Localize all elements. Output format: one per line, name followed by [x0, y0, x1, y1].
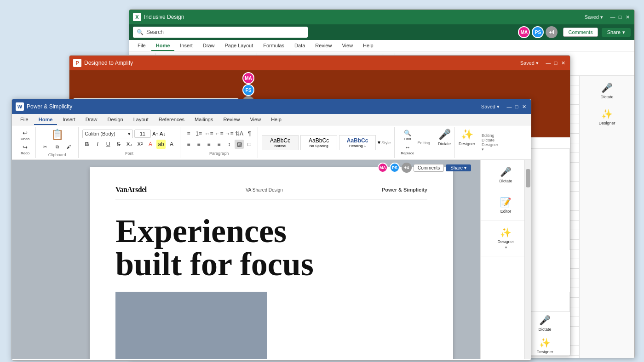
- ppt-maximize-btn[interactable]: □: [552, 60, 559, 66]
- word-maximize-btn[interactable]: □: [513, 103, 520, 110]
- excel-minimize-btn[interactable]: —: [610, 14, 616, 20]
- word-italic-btn[interactable]: I: [93, 140, 102, 149]
- excel-tab-draw[interactable]: Draw: [198, 41, 219, 51]
- word-tab-design[interactable]: Design: [103, 115, 127, 125]
- word-save-chevron[interactable]: ▾: [497, 104, 500, 110]
- word-border-btn[interactable]: □: [245, 140, 254, 149]
- word-justify-btn[interactable]: ≡: [214, 140, 224, 149]
- ppt-win-controls: — □ ✕: [545, 60, 566, 66]
- excel-dictate-btn[interactable]: 🎤 Dictate: [583, 79, 631, 102]
- word-highlight-btn[interactable]: ab: [156, 140, 166, 149]
- word-formatpaint-btn[interactable]: 🖌: [63, 143, 75, 151]
- excel-saved-tag[interactable]: Saved ▾: [585, 14, 603, 20]
- word-underline-btn[interactable]: U: [104, 140, 113, 149]
- ppt-saved-tag[interactable]: Saved ▾: [520, 60, 539, 66]
- excel-comments-btn[interactable]: Comments: [563, 28, 598, 37]
- excel-tab-review[interactable]: Review: [310, 41, 336, 51]
- excel-share-btn[interactable]: Share ▾: [602, 28, 631, 37]
- word-sort-btn[interactable]: ⇅A: [235, 129, 244, 138]
- excel-search-box[interactable]: 🔍 Search: [133, 27, 308, 38]
- excel-tab-help[interactable]: Help: [358, 41, 378, 51]
- word-shading-btn[interactable]: ▨: [235, 140, 244, 149]
- save-chevron-icon[interactable]: ▾: [600, 14, 603, 20]
- word-share-btn[interactable]: Share ▾: [446, 164, 471, 171]
- word-tab-home[interactable]: Home: [34, 115, 58, 125]
- word-paste-btn[interactable]: 📋: [49, 128, 66, 142]
- word-scrollbar[interactable]: [524, 160, 531, 359]
- word-cut-btn[interactable]: ✂: [40, 143, 51, 151]
- excel-close-btn[interactable]: ✕: [624, 14, 631, 20]
- word-undo-btn[interactable]: ↩ Undo: [18, 129, 32, 142]
- word-indent-btn[interactable]: →≡: [224, 129, 234, 138]
- word-bold-btn[interactable]: B: [82, 140, 92, 149]
- ppt-avatar-2[interactable]: FS: [242, 84, 254, 96]
- word-tab-layout[interactable]: Layout: [129, 115, 153, 125]
- word-linespacing-btn[interactable]: ↕: [224, 140, 234, 149]
- word-tab-help[interactable]: Help: [266, 115, 286, 125]
- excel-maximize-btn[interactable]: □: [617, 14, 623, 20]
- word-close-btn[interactable]: ✕: [521, 103, 527, 110]
- excel-tab-data[interactable]: Data: [290, 41, 310, 51]
- word-panel-designer-btn[interactable]: ✨ Designer ▾: [484, 224, 527, 252]
- word-fontsize-increase-btn[interactable]: A↑: [152, 131, 158, 136]
- word-tab-draw[interactable]: Draw: [81, 115, 102, 125]
- word-bullets-btn[interactable]: ≡: [184, 129, 193, 138]
- word-redo-btn[interactable]: ↪ Redo: [18, 143, 32, 156]
- word-subscript-btn[interactable]: X₂: [125, 140, 134, 149]
- word-copy-btn[interactable]: ⧉: [52, 143, 63, 151]
- user-avatar-1[interactable]: MA: [518, 26, 530, 38]
- word-superscript-btn[interactable]: X²: [135, 140, 144, 149]
- word-numbering-btn[interactable]: 1≡: [194, 129, 203, 138]
- user-avatar-2[interactable]: PS: [532, 26, 544, 38]
- search-icon: 🔍: [137, 29, 144, 35]
- user-avatar-count[interactable]: +4: [546, 26, 558, 38]
- word-style-nospacing[interactable]: AaBbCc No Spacing: [300, 135, 337, 150]
- word-pilcrow-btn[interactable]: ¶: [245, 129, 254, 138]
- word-tab-file[interactable]: File: [16, 115, 33, 125]
- word-avatar-count[interactable]: +4: [402, 163, 412, 173]
- word-find-btn[interactable]: 🔍 Find: [398, 129, 416, 142]
- excel-tab-view[interactable]: View: [337, 41, 357, 51]
- word-align-right-btn[interactable]: ≡: [204, 140, 213, 149]
- word-strikethrough-btn[interactable]: S̶: [114, 140, 123, 149]
- word-tab-view[interactable]: View: [245, 115, 265, 125]
- word-style-normal[interactable]: AaBbCc Normal: [262, 135, 299, 150]
- word-designer-btn[interactable]: ✨ Designer: [455, 127, 479, 158]
- excel-designer-btn[interactable]: ✨ Designer: [583, 106, 631, 128]
- word-minimize-btn[interactable]: —: [506, 103, 512, 110]
- word-comments-btn[interactable]: Comments: [414, 164, 444, 172]
- excel-tab-formulas[interactable]: Formulas: [259, 41, 289, 51]
- word-tab-insert[interactable]: Insert: [58, 115, 80, 125]
- word-replace-btn[interactable]: ↔ Replace: [398, 143, 416, 156]
- word-panel-editor-btn[interactable]: 📝 Editor: [484, 194, 527, 216]
- word-align-left-btn[interactable]: ≡: [184, 140, 193, 149]
- excel-tab-home[interactable]: Home: [151, 41, 175, 51]
- word-align-center-btn[interactable]: ≡: [194, 140, 203, 149]
- word-fontcolor-btn[interactable]: A: [167, 140, 176, 149]
- word-font-selector[interactable]: Calibri (Body) ▾: [82, 130, 133, 138]
- excel-search-text: Search: [146, 29, 164, 35]
- word-panel-dictate-btn[interactable]: 🎤 Dictate: [484, 164, 527, 186]
- ppt-close-btn[interactable]: ✕: [560, 60, 566, 66]
- word-tab-review[interactable]: Review: [218, 115, 244, 125]
- word-fontsize-decrease-btn[interactable]: A↓: [160, 131, 166, 136]
- word-fontsize-selector[interactable]: 11: [134, 130, 151, 138]
- word-tab-references[interactable]: References: [154, 115, 189, 125]
- excel-tab-file[interactable]: File: [133, 41, 150, 51]
- word-textcolor-btn[interactable]: A: [146, 140, 155, 149]
- word-avatar-2[interactable]: PS: [390, 163, 400, 173]
- ppt-save-chevron[interactable]: ▾: [536, 60, 539, 66]
- word-multilevel-btn[interactable]: ↔≡: [204, 129, 213, 138]
- excel-tab-insert[interactable]: Insert: [175, 41, 197, 51]
- word-avatar-1[interactable]: MA: [378, 163, 388, 173]
- word-dictate-btn[interactable]: 🎤 Dictate: [434, 127, 455, 158]
- word-outdent-btn[interactable]: ←≡: [214, 129, 224, 138]
- ppt-minimize-btn[interactable]: —: [545, 60, 552, 66]
- word-saved-tag[interactable]: Saved ▾: [481, 104, 500, 110]
- excel-tab-pagelayout[interactable]: Page Layout: [220, 41, 258, 51]
- word-style-heading1[interactable]: AaBbCc Heading 1: [339, 135, 376, 150]
- word-tab-mailings[interactable]: Mailings: [190, 115, 218, 125]
- ppt-avatar-1[interactable]: MA: [242, 72, 254, 84]
- word-scroll-thumb[interactable]: [526, 169, 530, 187]
- word-styles-dropdown-btn[interactable]: ▾: [378, 139, 380, 146]
